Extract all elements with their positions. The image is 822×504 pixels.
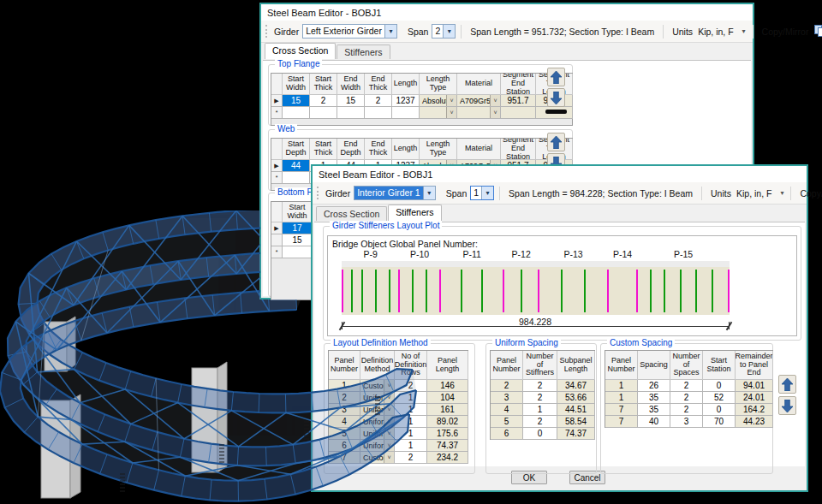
cell[interactable]: Absolute˅ <box>420 95 457 107</box>
dropdown-arrow-icon[interactable]: ˅ <box>446 107 456 118</box>
dropdown-arrow-icon[interactable]: ˅ <box>384 404 394 415</box>
cell[interactable]: 0 <box>523 428 557 440</box>
cell[interactable]: 7 <box>605 416 638 428</box>
cell[interactable]: 44.51 <box>557 404 595 416</box>
units-combo[interactable]: Kip, in, F ▾ <box>735 186 785 200</box>
cell[interactable]: 1 <box>605 392 638 404</box>
cell[interactable]: 15 <box>283 234 313 246</box>
dropdown-arrow-icon[interactable]: ˅ <box>490 95 500 106</box>
cell[interactable]: 951.7 <box>501 95 536 107</box>
cell[interactable]: 44 <box>283 160 310 172</box>
cell[interactable]: 89.02 <box>427 416 468 428</box>
tab-stiffeners[interactable]: Stiffeners <box>388 205 441 221</box>
row-selector[interactable]: ▶ <box>271 160 283 172</box>
cell[interactable]: 175.6 <box>427 428 468 440</box>
cell[interactable]: 2 <box>310 95 337 107</box>
cell[interactable]: 7 <box>605 404 638 416</box>
cell[interactable] <box>365 107 392 119</box>
cell[interactable]: 2 <box>365 95 392 107</box>
cell[interactable]: 40 <box>638 416 670 428</box>
cell[interactable]: 2 <box>523 380 557 392</box>
cell[interactable]: 17 <box>283 222 313 234</box>
cell[interactable]: 2 <box>670 380 703 392</box>
copy-mirror-icon[interactable] <box>813 25 822 38</box>
title-bar[interactable]: Steel Beam Editor - BOBJ1 <box>313 166 807 182</box>
dropdown-arrow-icon[interactable]: ˅ <box>384 440 394 451</box>
cell[interactable]: 6 <box>491 428 523 440</box>
chevron-down-icon[interactable]: ▾ <box>481 187 493 199</box>
cell[interactable]: 2 <box>395 452 427 464</box>
dropdown-arrow-icon[interactable]: ˅ <box>446 95 456 106</box>
dropdown-arrow-icon[interactable]: ˅ <box>384 452 394 463</box>
cell[interactable]: 2 <box>523 416 557 428</box>
cell[interactable]: 15 <box>337 95 365 107</box>
cell[interactable] <box>337 107 365 119</box>
cell[interactable]: 2 <box>329 392 360 404</box>
units-combo[interactable]: Kip, in, F ▾ <box>696 24 747 39</box>
cell[interactable]: 146 <box>427 380 468 392</box>
chevron-down-icon[interactable]: ▾ <box>423 187 435 199</box>
cell[interactable]: 35 <box>638 404 670 416</box>
cell[interactable] <box>392 107 420 119</box>
cell[interactable]: 0 <box>703 404 736 416</box>
cell[interactable]: 1 <box>395 392 427 404</box>
cell[interactable]: 1 <box>605 380 638 392</box>
cell[interactable]: 4 <box>329 416 360 428</box>
cell[interactable]: 6 <box>329 440 360 452</box>
cell[interactable]: 74.37 <box>557 428 595 440</box>
cell[interactable]: 2 <box>670 392 703 404</box>
cell[interactable]: Custom˅ <box>360 380 395 392</box>
row-selector[interactable]: ▶ <box>271 222 283 234</box>
cell[interactable]: 15 <box>283 95 310 107</box>
dropdown-arrow-icon[interactable]: ˅ <box>384 428 394 439</box>
cell[interactable]: A709Gr50˅ <box>457 95 501 107</box>
cell[interactable]: 24.01 <box>736 392 773 404</box>
cell[interactable]: 26 <box>638 380 670 392</box>
cell[interactable]: 3 <box>329 404 360 416</box>
cell[interactable]: 70 <box>703 416 736 428</box>
cell[interactable]: 0 <box>703 380 736 392</box>
cell[interactable]: Uniform˅ <box>360 392 395 404</box>
row-selector[interactable]: * <box>271 107 283 119</box>
cell[interactable]: 1 <box>395 416 427 428</box>
cell[interactable] <box>310 107 337 119</box>
chevron-down-icon[interactable]: ▾ <box>443 25 455 38</box>
cell[interactable]: 164.2 <box>736 404 773 416</box>
tab-cross-section[interactable]: Cross Section <box>265 43 336 59</box>
move-up-button[interactable] <box>547 133 565 151</box>
cell[interactable]: 53.66 <box>557 392 595 404</box>
cell[interactable]: 34.67 <box>557 380 595 392</box>
dropdown-arrow-icon[interactable]: ˅ <box>384 380 394 391</box>
move-up-button[interactable] <box>778 375 796 394</box>
move-up-button[interactable] <box>547 68 565 86</box>
cell[interactable] <box>283 246 313 258</box>
cell[interactable]: 1 <box>523 404 557 416</box>
cell[interactable]: Uniform˅ <box>360 404 395 416</box>
span-combo[interactable]: 2 ▾ <box>432 24 456 39</box>
cell[interactable]: ˅ <box>420 107 457 119</box>
girder-combo[interactable]: Interior Girder 1 ▾ <box>354 186 436 200</box>
dropdown-arrow-icon[interactable]: ˅ <box>384 392 394 403</box>
move-down-button[interactable] <box>778 396 796 415</box>
cell[interactable]: 52 <box>703 392 736 404</box>
chevron-down-icon[interactable]: ▾ <box>384 25 396 38</box>
cell[interactable]: 74.37 <box>427 440 468 452</box>
cell[interactable]: 1 <box>395 440 427 452</box>
cell[interactable]: 4 <box>491 404 523 416</box>
cell[interactable]: Uniform˅ <box>360 428 395 440</box>
cell[interactable] <box>283 172 310 184</box>
dropdown-arrow-icon[interactable]: ˅ <box>490 107 500 118</box>
tab-cross-section[interactable]: Cross Section <box>316 206 387 221</box>
cell[interactable]: 2 <box>395 380 427 392</box>
cell[interactable]: 234.2 <box>427 452 468 464</box>
cell[interactable] <box>501 107 536 119</box>
cell[interactable]: 35 <box>638 392 670 404</box>
tab-stiffeners[interactable]: Stiffeners <box>337 44 390 59</box>
cell[interactable]: 94.01 <box>736 380 773 392</box>
cell[interactable]: 104 <box>427 392 468 404</box>
cell[interactable]: 1 <box>395 404 427 416</box>
girder-combo[interactable]: Left Exterior Girder ▾ <box>302 24 397 39</box>
cell[interactable]: 2 <box>491 380 523 392</box>
dropdown-arrow-icon[interactable]: ˅ <box>384 416 394 427</box>
row-selector[interactable]: ▶ <box>271 95 283 107</box>
